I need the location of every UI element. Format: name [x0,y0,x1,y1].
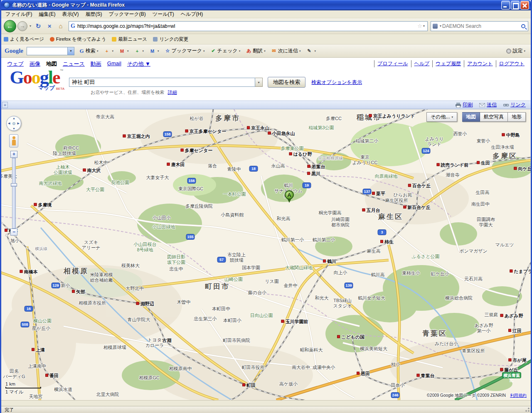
toolbar-button[interactable]: ✉ 次に送信 ▾ [269,46,303,56]
toolbar-button[interactable]: ☆ ブックマーク ▾ [163,46,207,56]
toolbar-settings-button[interactable]: 設定 ▾ [504,46,527,56]
map-canvas[interactable]: 多摩市稲城市多摩区麻生区町田市青葉区相模原橋本多摩境南大沢京王堀之内京王多摩セン… [1,109,531,400]
search-history-dropdown-icon[interactable]: ▾ [255,78,263,87]
pan-control[interactable]: ▲ ▼ ◀ ▶ [6,116,21,131]
pan-down-icon[interactable]: ▼ [12,127,15,130]
url-input[interactable] [77,23,417,29]
toolbar-button[interactable]: G 検索 ▾ [77,46,101,56]
terms-link[interactable]: 利用規約 [510,393,527,398]
printer-icon [456,103,461,108]
bookmark-item[interactable]: リンクの変更 [153,36,188,42]
scale-miles: 1 マイル [5,389,41,395]
zoom-in-button[interactable]: + [10,151,17,158]
map-type-controls: その他...▾ 地図 航空写真 地形 [426,112,526,122]
account-link[interactable]: ログアウト [496,60,527,67]
print-link[interactable]: 印刷 [456,101,473,108]
toolbar-button[interactable]: ✎ ▾ [304,47,318,55]
toolbar-button[interactable]: + ▾ [102,47,116,55]
chevron-down-icon: ▾ [97,49,99,53]
menu-item[interactable]: ツール(T) [149,10,177,19]
account-link[interactable]: ウェブ履歴 [432,60,464,67]
satellite-view-button[interactable]: 航空写真 [480,112,508,122]
service-link[interactable]: 地図 [46,60,57,68]
bookmark-item[interactable]: よく見るページ [4,36,44,42]
menu-item[interactable]: 履歴(S) [82,10,105,19]
logo-letter: o [23,67,32,88]
toolbar-button[interactable]: + ▾ [133,47,146,55]
site-favicon: G [71,23,75,30]
hint-details-link[interactable]: 詳細 [168,90,177,95]
menu-item[interactable]: ヘルプ(H) [177,10,207,19]
trademark: ™ [60,69,64,73]
gear-icon [506,49,511,54]
menu-item[interactable]: 編集(E) [35,10,59,19]
service-link[interactable]: その他 ▼ [127,60,150,68]
toolbar-button[interactable]: ✔ チェック ▾ [209,46,243,56]
pan-right-icon[interactable]: ▶ [17,122,20,125]
send-link[interactable]: 送信 [479,101,497,108]
reload-button[interactable]: ↻ [33,21,43,31]
zoom-slider-track[interactable] [12,158,16,229]
map-graphic [1,109,531,400]
forward-button[interactable]: → [17,21,27,31]
zoom-slider-handle[interactable] [11,183,17,187]
home-button[interactable]: ⌂ [56,21,66,31]
zoom-out-button[interactable]: − [10,229,17,236]
search-engine-icon[interactable] [433,24,438,29]
menu-item[interactable]: ブックマーク(B) [105,10,149,19]
account-link[interactable]: ヘルプ [411,60,433,67]
chain-icon [503,103,509,107]
toolbar-button-label: チェック [217,47,238,54]
search-go-icon[interactable] [521,24,525,28]
toolbar-button[interactable]: M ▾ [148,47,161,55]
map-action-bar: » 印刷 送信 リンク [1,101,531,109]
minimize-button[interactable] [501,1,510,10]
search-maps-button[interactable]: 地図を検索 [268,77,305,88]
account-link[interactable]: アカウント [464,60,495,67]
menu-item[interactable]: ファイル(F) [2,10,35,19]
url-dropdown-icon[interactable]: ▾ [422,24,426,28]
map-marker-a[interactable]: A [285,190,294,199]
engine-dropdown-icon[interactable]: ▾ [439,24,442,28]
chevron-down-icon: ▾ [239,49,241,53]
maps-search-input[interactable] [69,78,255,87]
back-button[interactable]: ← [4,20,16,32]
more-layers-button[interactable]: その他...▾ [426,112,457,122]
bookmark-icon [112,37,116,42]
service-link[interactable]: 動画 [91,60,101,68]
account-link[interactable]: プロフィール [374,60,411,67]
close-button[interactable] [520,1,529,10]
pan-center-icon[interactable] [12,122,15,125]
history-dropdown-icon[interactable]: ▾ [29,24,32,28]
toolbar-search-input[interactable]: ▾ [27,47,74,55]
menu-item[interactable]: 表示(V) [59,10,82,19]
stop-button[interactable]: × [44,21,54,31]
bookmark-label: リンクの変更 [159,36,188,42]
bookmarks-toolbar: よく見るページ Firefox を使ってみよう 最新ニュース リンクの変更 [1,34,531,44]
toolbar-button[interactable]: M ▾ [117,47,131,55]
service-link[interactable]: ニュース [63,60,85,68]
pan-left-icon[interactable]: ◀ [8,122,10,125]
page-favicon [4,2,10,8]
bookmark-star-icon[interactable]: ☆ [417,23,422,29]
resize-grip[interactable] [525,407,530,412]
bookmark-item[interactable]: 最新ニュース [112,36,147,42]
expand-panel-button[interactable]: » [2,102,8,108]
link-link[interactable]: リンク [503,101,526,108]
street-view-pegman[interactable] [9,134,18,148]
service-link[interactable]: Gmail [107,60,121,68]
bookmark-icon [4,37,8,42]
service-link[interactable]: ウェブ [7,60,24,68]
bookmark-item[interactable]: Firefox を使ってみよう [50,36,106,42]
pan-up-icon[interactable]: ▲ [12,117,15,120]
maximize-button[interactable] [511,1,520,10]
search-options-link[interactable]: 検索オプションを表示 [311,79,362,86]
toolbar-search-dropdown-icon[interactable]: ▾ [67,47,74,55]
google-maps-logo: Google™ マップBETA [8,69,65,92]
browser-search-input[interactable] [442,23,521,29]
toolbar-button[interactable]: あ 翻訳 ▾ [244,46,268,56]
service-link[interactable]: 画像 [30,60,40,68]
browser-search-box: ▾ [431,21,528,31]
terrain-view-button[interactable]: 地形 [508,112,526,122]
map-view-button[interactable]: 地図 [462,112,480,122]
